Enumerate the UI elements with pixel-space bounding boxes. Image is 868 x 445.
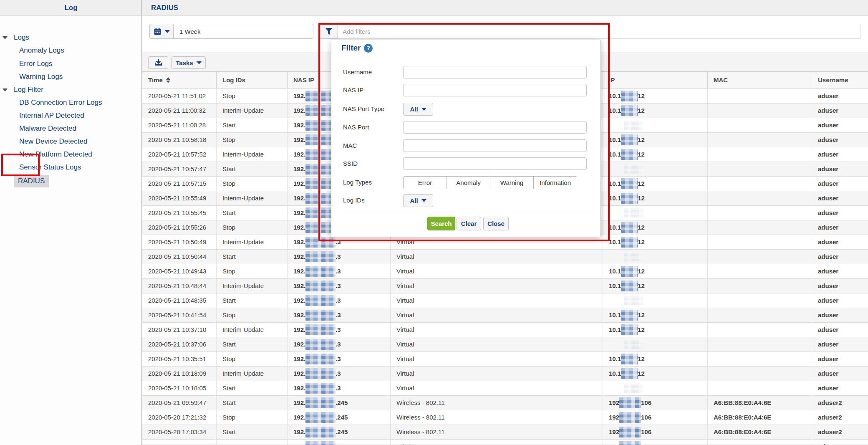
cell-mac[interactable] (708, 104, 812, 118)
mac-field[interactable] (403, 139, 587, 152)
cell-ip[interactable]: 10.112 (603, 191, 708, 205)
cell-mac[interactable]: A6:BB:88:E0:A4:6E (708, 440, 812, 445)
download-button[interactable] (148, 56, 168, 69)
log-type-button-warning[interactable]: Warning (490, 177, 534, 189)
sidebar-item-db-connection-error-logs[interactable]: DB Connection Error Logs (19, 96, 102, 109)
cell-nas-ip[interactable]: 192..3 (288, 381, 391, 395)
cell-nas-ip[interactable]: 192..245 (288, 410, 391, 425)
table-row[interactable]: 2020-05-20 17:21:32Stop192..245Wireless … (142, 410, 868, 425)
cell-username[interactable]: aduser (812, 147, 868, 162)
cell-nas-ip[interactable]: 192..3 (288, 308, 391, 322)
cell-username[interactable]: aduser (812, 162, 868, 176)
table-row[interactable]: 2020-05-21 10:18:05Start192..3Virtualadu… (142, 381, 868, 396)
cell-mac[interactable] (708, 162, 812, 176)
cell-username[interactable]: aduser2 (812, 410, 868, 425)
log-ids-dropdown[interactable]: All (403, 194, 433, 207)
cell-ip[interactable]: 10.112 (603, 104, 708, 118)
cell-username[interactable]: aduser (812, 308, 868, 322)
cell-ip[interactable] (603, 293, 708, 308)
cell-mac[interactable] (708, 147, 812, 162)
sidebar-item-logs[interactable]: Logs (14, 31, 29, 44)
cell-mac[interactable] (708, 250, 812, 264)
cell-ip[interactable]: 192106 (603, 410, 708, 425)
cell-ip[interactable]: 10.112 (603, 308, 708, 322)
cell-mac[interactable] (708, 191, 812, 205)
cell-mac[interactable] (708, 177, 812, 191)
cell-nas-ip[interactable]: 192..3 (288, 337, 391, 351)
cell-mac[interactable] (708, 279, 812, 293)
cell-mac[interactable] (708, 220, 812, 235)
cell-username[interactable]: aduser (812, 381, 868, 395)
cell-mac[interactable] (708, 133, 812, 147)
nas-port-field[interactable] (403, 121, 587, 134)
log-type-button-error[interactable]: Error (404, 177, 447, 189)
cell-mac[interactable] (708, 293, 812, 308)
cell-username[interactable]: aduser2 (812, 396, 868, 410)
help-icon[interactable]: ? (364, 44, 373, 53)
cell-mac[interactable] (708, 323, 812, 337)
cell-ip[interactable]: 10.112 (603, 177, 708, 191)
search-button[interactable]: Search (427, 217, 455, 230)
cell-mac[interactable] (708, 89, 812, 103)
cell-nas-ip[interactable]: 192..245 (288, 440, 391, 445)
cell-ip[interactable]: 10.112 (603, 220, 708, 235)
nas-ip-field[interactable] (403, 84, 587, 96)
cell-username[interactable]: aduser (812, 264, 868, 278)
sidebar-item-new-device-detected[interactable]: New Device Detected (19, 135, 87, 148)
cell-username[interactable]: aduser (812, 191, 868, 205)
cell-nas-ip[interactable]: 192..3 (288, 352, 391, 366)
sidebar-item-malware-detected[interactable]: Malware Detected (19, 122, 76, 135)
table-row[interactable]: 2020-05-20 17:00:50Stop192..245Wireless … (142, 440, 868, 445)
cell-ip[interactable]: 10.112 (603, 89, 708, 103)
cell-mac[interactable] (708, 118, 812, 132)
cell-username[interactable]: aduser (812, 279, 868, 293)
table-row[interactable]: 2020-05-21 10:41:54Stop192..3Virtual10.1… (142, 308, 868, 323)
cell-nas-ip[interactable]: 192..3 (288, 279, 391, 293)
cell-ip[interactable] (603, 118, 708, 132)
cell-username[interactable]: aduser (812, 235, 868, 249)
sidebar-item-radius[interactable]: RADIUS (14, 175, 49, 187)
cell-mac[interactable]: A6:BB:88:E0:A4:6E (708, 410, 812, 425)
cell-nas-ip[interactable]: 192..3 (288, 323, 391, 337)
column-header-mac[interactable]: MAC (708, 72, 812, 88)
column-header-log-ids[interactable]: Log IDs (217, 72, 288, 88)
cell-username[interactable]: aduser (812, 293, 868, 308)
tree-expander-icon[interactable] (3, 36, 8, 39)
cell-nas-ip[interactable]: 192..245 (288, 425, 391, 439)
sidebar-item-warning-logs[interactable]: Warning Logs (19, 71, 63, 83)
date-range-button[interactable] (149, 24, 174, 39)
cell-mac[interactable] (708, 381, 812, 395)
table-row[interactable]: 2020-05-20 17:03:34Start192..245Wireless… (142, 425, 868, 440)
cell-ip[interactable] (603, 162, 708, 176)
cell-nas-ip[interactable]: 192..3 (288, 250, 391, 264)
sidebar-item-error-logs[interactable]: Error Logs (19, 58, 52, 70)
cell-ip[interactable]: 10.112 (603, 352, 708, 366)
cell-ip[interactable]: 192106 (603, 396, 708, 410)
cell-username[interactable]: aduser (812, 220, 868, 235)
table-row[interactable]: 2020-05-21 10:50:44Start192..3Virtualadu… (142, 250, 868, 264)
cell-ip[interactable]: 192106 (603, 440, 708, 445)
cell-ip[interactable]: 10.112 (603, 367, 708, 381)
sort-icon[interactable] (166, 77, 170, 83)
sidebar-item-new-platform-detected[interactable]: New Platform Detected (19, 148, 92, 161)
date-range-input[interactable] (173, 24, 313, 39)
cell-username[interactable]: aduser (812, 177, 868, 191)
cell-username[interactable]: aduser (812, 133, 868, 147)
cell-username[interactable]: aduser (812, 352, 868, 366)
cell-nas-ip[interactable]: 192..245 (288, 396, 391, 410)
cell-mac[interactable] (708, 206, 812, 220)
cell-nas-ip[interactable]: 192..3 (288, 293, 391, 308)
close-button[interactable]: Close (483, 217, 509, 230)
table-row[interactable]: 2020-05-21 10:18:09Interim-Update192..3V… (142, 367, 868, 381)
cell-mac[interactable]: A6:BB:88:E0:A4:6E (708, 425, 812, 439)
cell-mac[interactable] (708, 367, 812, 381)
sidebar-item-log-filter[interactable]: Log Filter (14, 83, 43, 96)
cell-username[interactable]: aduser (812, 367, 868, 381)
column-header-username[interactable]: Username (812, 72, 868, 88)
log-type-button-information[interactable]: Information (534, 177, 577, 189)
tree-expander-icon[interactable] (3, 88, 8, 91)
column-header-time[interactable]: Time (142, 72, 217, 88)
cell-username[interactable]: aduser2 (812, 440, 868, 445)
table-row[interactable]: 2020-05-21 10:48:35Start192..3Virtualadu… (142, 293, 868, 308)
table-row[interactable]: 2020-05-21 10:48:44Interim-Update192..3V… (142, 279, 868, 293)
